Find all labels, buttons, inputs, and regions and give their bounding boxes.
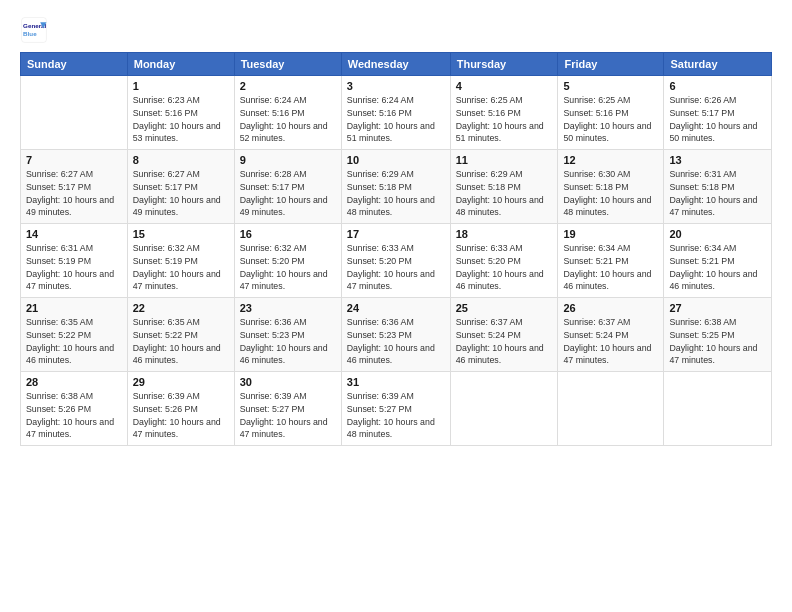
calendar-cell-w0d4: 4Sunrise: 6:25 AM Sunset: 5:16 PM Daylig… bbox=[450, 76, 558, 150]
calendar-cell-w0d1: 1Sunrise: 6:23 AM Sunset: 5:16 PM Daylig… bbox=[127, 76, 234, 150]
day-info: Sunrise: 6:33 AM Sunset: 5:20 PM Dayligh… bbox=[456, 242, 553, 293]
day-info: Sunrise: 6:35 AM Sunset: 5:22 PM Dayligh… bbox=[26, 316, 122, 367]
calendar-cell-w4d2: 30Sunrise: 6:39 AM Sunset: 5:27 PM Dayli… bbox=[234, 372, 341, 446]
calendar-cell-w4d3: 31Sunrise: 6:39 AM Sunset: 5:27 PM Dayli… bbox=[341, 372, 450, 446]
calendar-cell-w3d2: 23Sunrise: 6:36 AM Sunset: 5:23 PM Dayli… bbox=[234, 298, 341, 372]
calendar-cell-w2d5: 19Sunrise: 6:34 AM Sunset: 5:21 PM Dayli… bbox=[558, 224, 664, 298]
calendar-cell-w4d4 bbox=[450, 372, 558, 446]
column-header-wednesday: Wednesday bbox=[341, 53, 450, 76]
day-number: 6 bbox=[669, 80, 766, 92]
day-number: 21 bbox=[26, 302, 122, 314]
day-info: Sunrise: 6:37 AM Sunset: 5:24 PM Dayligh… bbox=[563, 316, 658, 367]
day-number: 25 bbox=[456, 302, 553, 314]
calendar-cell-w3d4: 25Sunrise: 6:37 AM Sunset: 5:24 PM Dayli… bbox=[450, 298, 558, 372]
day-info: Sunrise: 6:31 AM Sunset: 5:18 PM Dayligh… bbox=[669, 168, 766, 219]
calendar-cell-w2d3: 17Sunrise: 6:33 AM Sunset: 5:20 PM Dayli… bbox=[341, 224, 450, 298]
calendar-cell-w4d1: 29Sunrise: 6:39 AM Sunset: 5:26 PM Dayli… bbox=[127, 372, 234, 446]
day-info: Sunrise: 6:29 AM Sunset: 5:18 PM Dayligh… bbox=[456, 168, 553, 219]
calendar-cell-w4d5 bbox=[558, 372, 664, 446]
calendar-cell-w2d2: 16Sunrise: 6:32 AM Sunset: 5:20 PM Dayli… bbox=[234, 224, 341, 298]
column-header-sunday: Sunday bbox=[21, 53, 128, 76]
day-info: Sunrise: 6:23 AM Sunset: 5:16 PM Dayligh… bbox=[133, 94, 229, 145]
logo-icon: General Blue bbox=[20, 16, 48, 44]
day-info: Sunrise: 6:32 AM Sunset: 5:19 PM Dayligh… bbox=[133, 242, 229, 293]
day-info: Sunrise: 6:32 AM Sunset: 5:20 PM Dayligh… bbox=[240, 242, 336, 293]
day-info: Sunrise: 6:36 AM Sunset: 5:23 PM Dayligh… bbox=[240, 316, 336, 367]
day-info: Sunrise: 6:37 AM Sunset: 5:24 PM Dayligh… bbox=[456, 316, 553, 367]
logo: General Blue bbox=[20, 16, 48, 44]
day-info: Sunrise: 6:30 AM Sunset: 5:18 PM Dayligh… bbox=[563, 168, 658, 219]
calendar-cell-w3d1: 22Sunrise: 6:35 AM Sunset: 5:22 PM Dayli… bbox=[127, 298, 234, 372]
calendar-cell-w1d6: 13Sunrise: 6:31 AM Sunset: 5:18 PM Dayli… bbox=[664, 150, 772, 224]
svg-text:Blue: Blue bbox=[23, 30, 37, 37]
calendar-cell-w2d0: 14Sunrise: 6:31 AM Sunset: 5:19 PM Dayli… bbox=[21, 224, 128, 298]
calendar-cell-w0d2: 2Sunrise: 6:24 AM Sunset: 5:16 PM Daylig… bbox=[234, 76, 341, 150]
day-info: Sunrise: 6:27 AM Sunset: 5:17 PM Dayligh… bbox=[26, 168, 122, 219]
day-number: 10 bbox=[347, 154, 445, 166]
day-info: Sunrise: 6:25 AM Sunset: 5:16 PM Dayligh… bbox=[456, 94, 553, 145]
day-number: 7 bbox=[26, 154, 122, 166]
day-number: 29 bbox=[133, 376, 229, 388]
day-number: 9 bbox=[240, 154, 336, 166]
day-info: Sunrise: 6:34 AM Sunset: 5:21 PM Dayligh… bbox=[669, 242, 766, 293]
day-info: Sunrise: 6:28 AM Sunset: 5:17 PM Dayligh… bbox=[240, 168, 336, 219]
day-number: 1 bbox=[133, 80, 229, 92]
day-number: 16 bbox=[240, 228, 336, 240]
column-header-thursday: Thursday bbox=[450, 53, 558, 76]
calendar-cell-w4d6 bbox=[664, 372, 772, 446]
day-info: Sunrise: 6:27 AM Sunset: 5:17 PM Dayligh… bbox=[133, 168, 229, 219]
calendar-cell-w1d2: 9Sunrise: 6:28 AM Sunset: 5:17 PM Daylig… bbox=[234, 150, 341, 224]
day-number: 5 bbox=[563, 80, 658, 92]
day-number: 14 bbox=[26, 228, 122, 240]
day-info: Sunrise: 6:39 AM Sunset: 5:26 PM Dayligh… bbox=[133, 390, 229, 441]
calendar-cell-w3d5: 26Sunrise: 6:37 AM Sunset: 5:24 PM Dayli… bbox=[558, 298, 664, 372]
calendar-cell-w0d3: 3Sunrise: 6:24 AM Sunset: 5:16 PM Daylig… bbox=[341, 76, 450, 150]
calendar-cell-w1d0: 7Sunrise: 6:27 AM Sunset: 5:17 PM Daylig… bbox=[21, 150, 128, 224]
day-info: Sunrise: 6:39 AM Sunset: 5:27 PM Dayligh… bbox=[240, 390, 336, 441]
calendar-cell-w1d1: 8Sunrise: 6:27 AM Sunset: 5:17 PM Daylig… bbox=[127, 150, 234, 224]
day-info: Sunrise: 6:33 AM Sunset: 5:20 PM Dayligh… bbox=[347, 242, 445, 293]
day-info: Sunrise: 6:36 AM Sunset: 5:23 PM Dayligh… bbox=[347, 316, 445, 367]
column-header-monday: Monday bbox=[127, 53, 234, 76]
calendar-cell-w2d1: 15Sunrise: 6:32 AM Sunset: 5:19 PM Dayli… bbox=[127, 224, 234, 298]
day-info: Sunrise: 6:29 AM Sunset: 5:18 PM Dayligh… bbox=[347, 168, 445, 219]
day-number: 20 bbox=[669, 228, 766, 240]
day-number: 26 bbox=[563, 302, 658, 314]
day-number: 23 bbox=[240, 302, 336, 314]
day-number: 3 bbox=[347, 80, 445, 92]
calendar-cell-w3d0: 21Sunrise: 6:35 AM Sunset: 5:22 PM Dayli… bbox=[21, 298, 128, 372]
day-number: 19 bbox=[563, 228, 658, 240]
day-number: 12 bbox=[563, 154, 658, 166]
day-number: 4 bbox=[456, 80, 553, 92]
day-info: Sunrise: 6:38 AM Sunset: 5:25 PM Dayligh… bbox=[669, 316, 766, 367]
calendar-cell-w2d6: 20Sunrise: 6:34 AM Sunset: 5:21 PM Dayli… bbox=[664, 224, 772, 298]
day-number: 15 bbox=[133, 228, 229, 240]
calendar-cell-w0d6: 6Sunrise: 6:26 AM Sunset: 5:17 PM Daylig… bbox=[664, 76, 772, 150]
column-header-saturday: Saturday bbox=[664, 53, 772, 76]
day-number: 8 bbox=[133, 154, 229, 166]
calendar-cell-w4d0: 28Sunrise: 6:38 AM Sunset: 5:26 PM Dayli… bbox=[21, 372, 128, 446]
day-info: Sunrise: 6:24 AM Sunset: 5:16 PM Dayligh… bbox=[240, 94, 336, 145]
day-number: 22 bbox=[133, 302, 229, 314]
day-number: 31 bbox=[347, 376, 445, 388]
day-number: 28 bbox=[26, 376, 122, 388]
day-number: 2 bbox=[240, 80, 336, 92]
day-info: Sunrise: 6:24 AM Sunset: 5:16 PM Dayligh… bbox=[347, 94, 445, 145]
day-number: 24 bbox=[347, 302, 445, 314]
calendar-cell-w0d0 bbox=[21, 76, 128, 150]
day-info: Sunrise: 6:38 AM Sunset: 5:26 PM Dayligh… bbox=[26, 390, 122, 441]
calendar-cell-w1d4: 11Sunrise: 6:29 AM Sunset: 5:18 PM Dayli… bbox=[450, 150, 558, 224]
day-number: 17 bbox=[347, 228, 445, 240]
column-header-tuesday: Tuesday bbox=[234, 53, 341, 76]
day-info: Sunrise: 6:34 AM Sunset: 5:21 PM Dayligh… bbox=[563, 242, 658, 293]
day-info: Sunrise: 6:26 AM Sunset: 5:17 PM Dayligh… bbox=[669, 94, 766, 145]
day-number: 13 bbox=[669, 154, 766, 166]
day-info: Sunrise: 6:25 AM Sunset: 5:16 PM Dayligh… bbox=[563, 94, 658, 145]
column-header-friday: Friday bbox=[558, 53, 664, 76]
day-info: Sunrise: 6:31 AM Sunset: 5:19 PM Dayligh… bbox=[26, 242, 122, 293]
day-info: Sunrise: 6:35 AM Sunset: 5:22 PM Dayligh… bbox=[133, 316, 229, 367]
calendar-cell-w1d5: 12Sunrise: 6:30 AM Sunset: 5:18 PM Dayli… bbox=[558, 150, 664, 224]
calendar-cell-w3d3: 24Sunrise: 6:36 AM Sunset: 5:23 PM Dayli… bbox=[341, 298, 450, 372]
calendar-cell-w1d3: 10Sunrise: 6:29 AM Sunset: 5:18 PM Dayli… bbox=[341, 150, 450, 224]
day-number: 11 bbox=[456, 154, 553, 166]
